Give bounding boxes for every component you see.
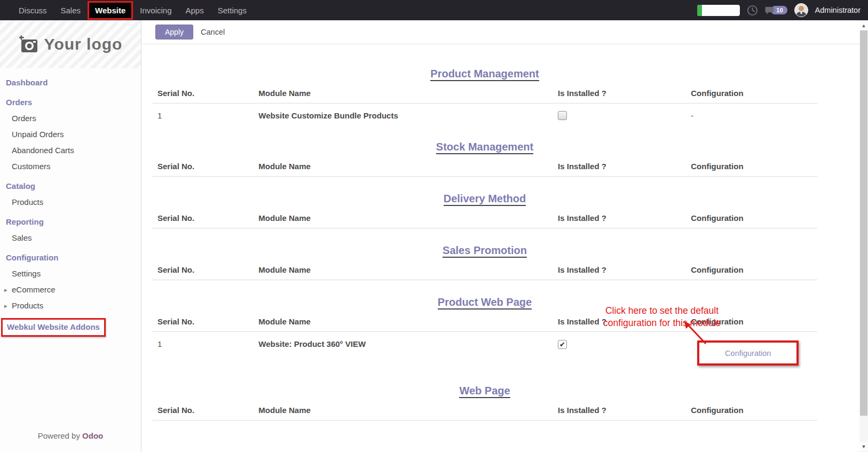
column-header: Configuration	[691, 265, 817, 274]
clock-icon[interactable]	[747, 5, 758, 16]
module-section: Product ManagementSerial No.Module NameI…	[152, 68, 817, 125]
table-header-row: Serial No.Module NameIs Installed ?Confi…	[152, 260, 817, 280]
annotation-note: Click here to set the defaultconfigurati…	[574, 305, 750, 329]
sidebar-item-settings[interactable]: Settings	[0, 266, 141, 282]
section-title-link[interactable]: Product Management	[430, 68, 539, 81]
column-header: Serial No.	[152, 162, 258, 171]
section-title-link[interactable]: Delivery Method	[444, 193, 526, 206]
sidebar-item-label: Dashboard	[6, 78, 48, 87]
chevron-right-icon[interactable]: ▸	[4, 282, 7, 298]
column-header: Module Name	[258, 162, 558, 171]
sidebar-item-webkul-website-addons[interactable]: Webkul Website Addons	[1, 318, 106, 337]
section-title-link[interactable]: Stock Management	[436, 141, 533, 154]
sidebar-item-customers[interactable]: Customers	[0, 158, 141, 175]
menu-item-sales[interactable]: Sales	[54, 1, 88, 20]
column-header: Module Name	[258, 89, 558, 98]
sidebar-section-configuration: Configuration	[0, 250, 141, 266]
section-title-link[interactable]: Product Web Page	[438, 296, 532, 310]
avatar-image	[795, 4, 808, 17]
sidebar-item-unpaid-orders[interactable]: Unpaid Orders	[0, 126, 141, 142]
sidebar-item-label: Catalog	[6, 181, 35, 191]
section-title-link[interactable]: Web Page	[459, 385, 510, 398]
sidebar-item-label: Products	[12, 197, 43, 207]
column-header: Serial No.	[152, 317, 258, 326]
configuration-button[interactable]: Configuration	[725, 349, 771, 358]
chat-bubble-icon	[765, 6, 774, 14]
column-header: Is Installed ?	[558, 162, 691, 171]
config-cell-value: -	[691, 111, 693, 120]
module-section: Product Web PageClick here to set the de…	[152, 296, 817, 369]
module-name-cell: Website: Product 360° VIEW	[258, 339, 558, 366]
configuration-cell: Configuration	[691, 339, 817, 366]
sidebar-item-label: Orders	[12, 114, 36, 123]
module-name-cell: Website Customize Bundle Products	[258, 111, 558, 122]
column-header: Serial No.	[152, 265, 258, 274]
scrollbar-thumb[interactable]	[860, 30, 867, 416]
user-menu[interactable]: Administrator	[815, 6, 861, 14]
column-header: Configuration	[691, 213, 817, 223]
sidebar-section-orders: Orders	[0, 94, 141, 110]
installed-checkbox[interactable]: ✔	[558, 340, 567, 349]
column-header: Configuration	[691, 162, 817, 171]
module-section: Sales PromotionSerial No.Module NameIs I…	[152, 244, 817, 280]
menu-item-settings[interactable]: Settings	[211, 1, 254, 20]
column-header: Module Name	[258, 213, 558, 223]
column-header: Module Name	[258, 406, 558, 415]
scroll-down-button[interactable]: ▼	[859, 442, 868, 451]
logo-placeholder[interactable]: Your logo	[0, 20, 141, 68]
annotation-line1: Click here to set the default	[605, 305, 719, 316]
sidebar-item-abandoned-carts[interactable]: Abandoned Carts	[0, 142, 141, 158]
column-header: Configuration	[691, 406, 817, 415]
column-header: Is Installed ?	[558, 213, 691, 223]
column-header: Is Installed ?	[558, 406, 691, 415]
sidebar-item-label: Configuration	[6, 253, 58, 262]
sidebar: Your logo DashboardOrdersOrdersUnpaid Or…	[0, 20, 141, 452]
sidebar-item-label: Webkul Website Addons	[7, 322, 100, 331]
sidebar-item-dashboard[interactable]: Dashboard	[0, 75, 141, 91]
annotation-arrow-icon	[680, 320, 709, 345]
menu-item-website[interactable]: Website	[88, 1, 133, 20]
table-header-row: Serial No.Module NameIs Installed ?Confi…	[152, 156, 817, 177]
user-avatar[interactable]	[794, 3, 808, 17]
sidebar-item-products[interactable]: ▸Products	[0, 298, 141, 314]
app-menu: DiscussSalesWebsiteInvoicingAppsSettings	[0, 0, 254, 20]
column-header: Configuration	[691, 89, 817, 98]
table-header-row: Serial No.Module NameIs Installed ?Confi…	[152, 400, 817, 421]
top-navigation-bar: DiscussSalesWebsiteInvoicingAppsSettings…	[0, 0, 868, 20]
column-header: Serial No.	[152, 213, 258, 223]
menu-item-invoicing[interactable]: Invoicing	[133, 1, 178, 20]
table-row: 1Website Customize Bundle Products-	[152, 104, 817, 125]
chevron-right-icon[interactable]: ▸	[4, 298, 7, 314]
sidebar-section-reporting: Reporting	[0, 214, 141, 230]
menu-item-discuss[interactable]: Discuss	[12, 1, 54, 20]
column-header: Module Name	[258, 317, 558, 326]
column-header: Module Name	[258, 265, 558, 274]
serial-cell: 1	[152, 111, 258, 122]
sidebar-item-ecommerce[interactable]: ▸eCommerce	[0, 282, 141, 298]
column-header: Is Installed ?	[558, 89, 691, 98]
topbar-right-tools: 10 Administrator	[697, 0, 868, 20]
vertical-scrollbar[interactable]: ▲ ▼	[859, 20, 868, 452]
module-sections-container: Product ManagementSerial No.Module NameI…	[152, 44, 817, 421]
sidebar-item-products[interactable]: Products	[0, 194, 141, 210]
section-title-link[interactable]: Sales Promotion	[443, 244, 527, 258]
installed-checkbox[interactable]	[558, 111, 567, 120]
odoo-brand-link[interactable]: Odoo	[82, 431, 103, 440]
sidebar-item-orders[interactable]: Orders	[0, 110, 141, 126]
cancel-button[interactable]: Cancel	[201, 28, 225, 36]
menu-item-apps[interactable]: Apps	[179, 1, 211, 20]
messages-indicator[interactable]: 10	[765, 6, 787, 14]
progress-segment	[697, 5, 702, 16]
serial-cell: 1	[152, 339, 258, 366]
sidebar-item-sales[interactable]: Sales	[0, 230, 141, 246]
sidebar-item-label: Sales	[12, 233, 32, 242]
sidebar-item-label: Abandoned Carts	[12, 146, 74, 155]
config-highlight-box: Configuration	[697, 340, 799, 366]
scroll-up-button[interactable]: ▲	[859, 21, 868, 30]
table-header-row: Serial No.Module NameIs Installed ?Confi…	[152, 208, 817, 228]
apply-button[interactable]: Apply	[155, 25, 193, 39]
column-header: Serial No.	[152, 406, 258, 415]
sidebar-item-label: Reporting	[6, 217, 44, 226]
column-header: Is Installed ?	[558, 265, 691, 274]
sidebar-navigation: DashboardOrdersOrdersUnpaid OrdersAbando…	[0, 68, 141, 337]
